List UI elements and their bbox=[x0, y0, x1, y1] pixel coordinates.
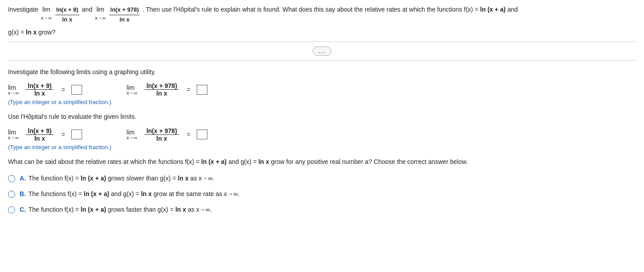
top-suffix2: and bbox=[508, 4, 518, 14]
s1-answer-box2[interactable] bbox=[197, 85, 207, 95]
s2-frac2-num: ln(x + 978) bbox=[144, 127, 179, 135]
section1-intro: Investigate the following limits using a… bbox=[8, 67, 636, 77]
s1-frac1-num: ln(x + 9) bbox=[26, 82, 53, 90]
mc-radio-b[interactable] bbox=[8, 191, 15, 198]
mc-question: What can be said about the relative rate… bbox=[8, 157, 636, 167]
mc-label-b: B. bbox=[20, 190, 26, 197]
top-suffix: . Then use l'Hôpital's rule to explain w… bbox=[142, 4, 478, 14]
s1-lim1-block: lim x→∞ bbox=[8, 84, 19, 96]
s2-lim1-sub: x→∞ bbox=[8, 135, 19, 140]
investigate-label: Investigate bbox=[8, 4, 38, 14]
mc-c-pre: The function f(x) = bbox=[29, 206, 81, 213]
section2-hint: (Type an integer or a simplified fractio… bbox=[8, 144, 636, 151]
section2-intro: Use l'Hôpital's rule to evaluate the giv… bbox=[8, 112, 636, 121]
mc-radio-a[interactable] bbox=[8, 175, 15, 182]
s1-frac2-num: ln(x + 978) bbox=[144, 82, 179, 90]
mc-option-a-content: A. The function f(x) = ln (x + a) grows … bbox=[20, 174, 214, 183]
s1-answer-box1[interactable] bbox=[71, 85, 82, 95]
mc-b-mid: and g(x) = bbox=[109, 190, 141, 197]
s2-equals1: = bbox=[62, 131, 65, 138]
top-frac2-num: ln(x + 978) bbox=[109, 5, 140, 15]
mc-c-end: as x→∞. bbox=[186, 206, 211, 213]
s1-lim2-block: lim x→∞ bbox=[127, 84, 137, 96]
top-divider bbox=[8, 42, 636, 42]
s2-frac1-num: ln(x + 9) bbox=[26, 127, 53, 135]
s1-equals1: = bbox=[62, 86, 65, 93]
top-lim1-block: lim x→∞ bbox=[41, 4, 52, 22]
mc-option-b[interactable]: B. The functions f(x) = ln (x + a) and g… bbox=[8, 189, 636, 199]
mc-question-mid: and g(x) = bbox=[227, 158, 258, 165]
top-frac2-den: ln x bbox=[119, 15, 130, 25]
s2-fraction1: ln(x + 9) ln x bbox=[26, 127, 53, 142]
mc-a-end: as x→∞. bbox=[189, 175, 214, 182]
s2-frac2-den: ln x bbox=[155, 135, 169, 142]
s2-lim2-block: lim x→∞ bbox=[127, 129, 137, 140]
top-lim2-word: lim bbox=[96, 4, 104, 14]
mc-c-mid: grows faster than g(x) = bbox=[106, 206, 175, 213]
s2-answer-box1[interactable] bbox=[71, 130, 82, 139]
mc-gx-bold: ln x bbox=[258, 158, 269, 165]
dots-row: ... bbox=[8, 46, 636, 56]
s1-fraction2: ln(x + 978) ln x bbox=[144, 82, 179, 97]
s2-fraction2: ln(x + 978) ln x bbox=[144, 127, 179, 142]
mc-radio-c[interactable] bbox=[8, 206, 15, 213]
top-lim1-sub: x→∞ bbox=[41, 14, 52, 22]
section1-hint: (Type an integer or a simplified fractio… bbox=[8, 99, 636, 105]
mc-label-c: C. bbox=[20, 206, 26, 213]
s1-frac1-den: ln x bbox=[33, 90, 47, 97]
mc-b-bold2: ln x bbox=[141, 190, 152, 197]
mc-a-bold1: ln (x + a) bbox=[81, 175, 106, 182]
s2-answer-box2[interactable] bbox=[197, 130, 207, 139]
s1-frac2-den: ln x bbox=[155, 90, 169, 97]
s2-frac1-den: ln x bbox=[33, 135, 47, 142]
mc-section: What can be said about the relative rate… bbox=[8, 157, 636, 214]
mc-b-pre: The functions f(x) = bbox=[29, 190, 84, 197]
mc-fx-bold: ln (x + a) bbox=[201, 158, 227, 165]
grow-label: grow? bbox=[38, 29, 55, 36]
mc-question-pre: What can be said about the relative rate… bbox=[8, 158, 201, 165]
dots-button[interactable]: ... bbox=[313, 46, 332, 56]
gx-bold: ln x bbox=[26, 29, 37, 36]
mc-a-bold2: ln x bbox=[178, 175, 189, 182]
s2-equals2: = bbox=[187, 131, 190, 138]
mc-option-c-content: C. The function f(x) = ln (x + a) grows … bbox=[20, 205, 212, 214]
s2-lim1-block: lim x→∞ bbox=[8, 129, 19, 140]
section1-limit-row: lim x→∞ ln(x + 9) ln x = lim x→∞ ln(x + … bbox=[8, 82, 636, 97]
top-question: Investigate lim x→∞ ln(x + 9) ln x and l… bbox=[8, 4, 636, 25]
mc-b-bold1: ln (x + a) bbox=[84, 190, 109, 197]
mc-a-pre: The function f(x) = bbox=[29, 175, 81, 182]
top-lim2-sub: x→∞ bbox=[95, 14, 106, 22]
connector-and: and bbox=[82, 4, 92, 14]
bottom-divider bbox=[8, 60, 636, 61]
s2-lim2-sub: x→∞ bbox=[127, 135, 137, 140]
s1-fraction1: ln(x + 9) ln x bbox=[26, 82, 53, 97]
mc-label-a: A. bbox=[20, 175, 26, 182]
top-fraction2: ln(x + 978) ln x bbox=[109, 5, 140, 25]
section2-limit-row: lim x→∞ ln(x + 9) ln x = lim x→∞ ln(x + … bbox=[8, 127, 636, 142]
top-lim1-word: lim bbox=[42, 4, 50, 14]
gx-label: g(x) = bbox=[8, 29, 24, 36]
main-content: Investigate the following limits using a… bbox=[8, 67, 636, 214]
top-frac1-num: ln(x + 9) bbox=[55, 5, 79, 15]
top-frac1-den: ln x bbox=[62, 15, 73, 25]
s1-lim1-sub: x→∞ bbox=[8, 90, 19, 96]
mc-option-b-content: B. The functions f(x) = ln (x + a) and g… bbox=[20, 189, 239, 199]
top-fraction1: ln(x + 9) ln x bbox=[55, 5, 79, 25]
mc-c-bold2: ln x bbox=[175, 206, 186, 213]
top-line2: g(x) = ln x grow? bbox=[8, 27, 636, 37]
top-fx: ln (x + a) bbox=[480, 4, 506, 14]
s1-equals2: = bbox=[187, 86, 190, 93]
mc-a-mid: grows slower than g(x) = bbox=[106, 175, 178, 182]
s1-lim2-sub: x→∞ bbox=[127, 90, 137, 96]
mc-c-bold1: ln (x + a) bbox=[81, 206, 106, 213]
mc-b-end: grow at the same rate as x→∞. bbox=[152, 190, 239, 197]
mc-option-a[interactable]: A. The function f(x) = ln (x + a) grows … bbox=[8, 174, 636, 183]
mc-question-end: grow for any positive real number a? Cho… bbox=[269, 158, 468, 165]
top-lim2-block: lim x→∞ bbox=[95, 4, 106, 22]
mc-option-c[interactable]: C. The function f(x) = ln (x + a) grows … bbox=[8, 205, 636, 214]
